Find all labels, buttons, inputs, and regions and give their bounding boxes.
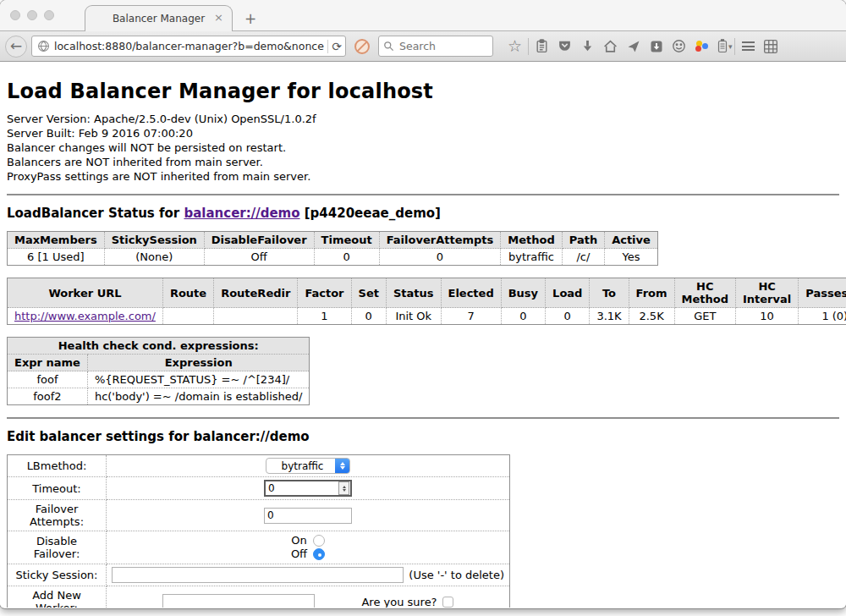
col-path: Path [562,232,604,249]
col-to: To [590,278,629,308]
col-route: Route [162,278,213,308]
cell-method: bytraffic [501,249,562,266]
notice-inherit: Balancers are NOT inherited from main se… [7,155,839,169]
tab-title: Balancer Manager [113,13,205,25]
timeout-label: Timeout: [8,477,107,500]
status-heading-prefix: LoadBalancer Status for [7,206,184,221]
cell-disablefailover: Off [204,249,314,266]
toolbar-separator [528,38,529,55]
server-info: Server Version: Apache/2.5.0-dev (Unix) … [7,112,839,184]
are-you-sure-checkbox[interactable] [442,597,453,608]
pocket-icon[interactable] [553,36,576,58]
navigation-toolbar: ← localhost:8880/balancer-manager?b=demo… [0,31,846,62]
disable-failover-label: Disable Failover: [8,531,107,564]
cell-expr-name: foof2 [8,388,88,405]
add-worker-input[interactable] [162,594,315,608]
home-icon[interactable] [599,36,622,58]
zoom-window-button[interactable] [44,10,54,20]
tab-close-icon[interactable]: × [214,11,223,24]
balancer-demo-link[interactable]: balancer://demo [184,206,299,221]
downloads-icon[interactable] [576,36,599,58]
health-table-title: Health check cond. expressions: [8,338,310,355]
window-controls [10,10,54,20]
failover-attempts-input[interactable] [264,508,352,524]
col-elected: Elected [441,278,501,308]
cell-factor: 1 [298,308,351,325]
share-send-icon[interactable] [622,36,645,58]
cell-load: 0 [546,308,590,325]
tab-groups-icon[interactable] [760,36,783,58]
col-routeredir: RouteRedir [214,278,298,308]
table-row: foof %{REQUEST_STATUS} =~ /^[234]/ [8,371,310,388]
are-you-sure-label: Are you sure? [361,596,437,608]
col-stickysession: StickySession [104,232,204,249]
toolbar-separator-2 [734,38,735,55]
timeout-input[interactable]: 0 [264,480,352,497]
table-row: foof2 hc('body') =~ /domain is establish… [8,388,310,405]
col-timeout: Timeout [314,232,379,249]
cell-elected: 7 [441,308,501,325]
cell-route [162,308,213,325]
table-row: 6 [1 Used] (None) Off 0 0 bytraffic /c/ … [8,249,658,266]
failover-attempts-label: Failover Attempts: [8,500,107,531]
cell-maxmembers: 6 [1 Used] [8,249,105,266]
image-blocker-icon[interactable] [354,39,370,54]
balancer-status-table: MaxMembers StickySession DisableFailover… [7,231,658,266]
sticky-session-input[interactable] [112,567,404,583]
form-row-failover: Failover Attempts: [8,500,510,531]
col-expression: Expression [87,355,310,371]
col-method: Method [501,232,562,249]
close-window-button[interactable] [10,10,20,20]
table-header-row: Expr name Expression [8,355,310,371]
status-heading: LoadBalancer Status for balancer://demo … [7,206,839,221]
new-tab-button[interactable]: + [244,10,256,27]
number-spinner-icon[interactable] [338,481,349,495]
notice-proxypass: ProxyPass settings are NOT inherited fro… [7,169,839,184]
col-failoverattempts: FailoverAttempts [379,232,501,249]
cell-set: 0 [351,308,386,325]
radio-off-label: Off [291,547,307,561]
cell-expr-name: foof [8,371,88,388]
disable-failover-on-radio[interactable] [313,535,325,547]
tab-strip: Balancer Manager × + [0,0,846,31]
form-row-lbmethod: LBmethod: bytraffic [8,455,510,477]
notice-persist: Balancer changes will NOT be persisted o… [7,140,839,155]
lbmethod-select[interactable]: bytraffic [266,458,351,474]
minimize-window-button[interactable] [27,10,37,20]
back-arrow-icon: ← [10,39,22,53]
server-version: Server Version: Apache/2.5.0-dev (Unix) … [7,112,839,126]
back-button[interactable]: ← [5,36,27,58]
reload-icon[interactable]: ⟳ [332,41,342,52]
col-load: Load [546,278,590,308]
page-content: Load Balancer Manager for localhost Serv… [0,62,846,608]
tab-balancer-manager[interactable]: Balancer Manager × [85,5,233,31]
bookmark-star-icon[interactable]: ☆ [503,36,526,58]
table-title-row: Health check cond. expressions: [8,338,310,355]
feedback-smiley-icon[interactable] [667,36,690,58]
timeout-value: 0 [266,482,338,494]
url-text[interactable]: localhost:8880/balancer-manager?b=demo&n… [54,40,324,52]
chevron-down-icon[interactable]: ▾ [728,42,733,51]
table-header-row: Worker URL Route RouteRedir Factor Set S… [8,278,846,308]
cell-failoverattempts: 0 [379,249,501,266]
worker-url-link[interactable]: http://www.example.com/ [14,310,156,322]
addon-colordots-icon[interactable] [690,36,713,58]
search-bar[interactable] [378,36,493,57]
col-passes: Passes [799,278,846,308]
cell-to: 3.1K [590,308,629,325]
worker-status-table: Worker URL Route RouteRedir Factor Set S… [7,278,846,325]
url-bar[interactable]: localhost:8880/balancer-manager?b=demo&n… [31,36,346,57]
col-set: Set [351,278,386,308]
cell-active: Yes [605,249,658,266]
lbmethod-label: LBmethod: [8,455,107,477]
reading-list-icon[interactable] [530,36,553,58]
cell-passes: 1 (0) [799,308,846,325]
menu-hamburger-icon[interactable] [737,36,760,58]
cell-busy: 0 [501,308,545,325]
search-input[interactable] [398,39,488,53]
col-factor: Factor [298,278,351,308]
server-built: Server Built: Feb 9 2016 07:00:20 [7,126,839,140]
disable-failover-off-radio[interactable] [313,548,325,560]
urlbar-separator [327,40,328,53]
save-to-device-icon[interactable] [645,36,667,58]
